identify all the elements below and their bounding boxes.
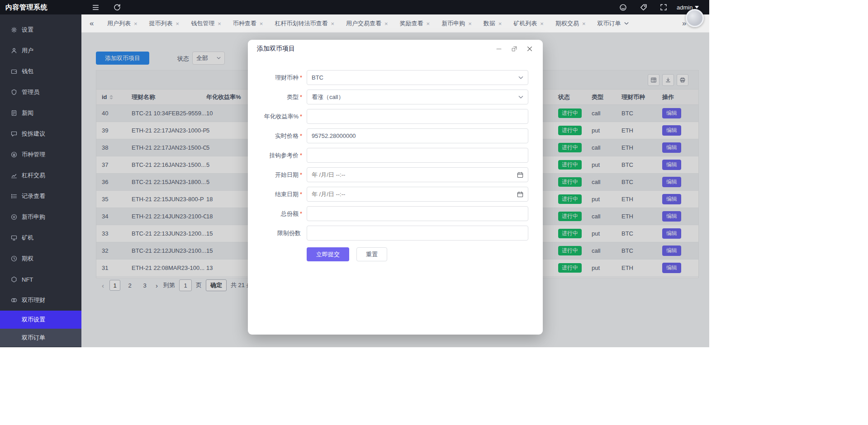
- fullscreen-icon[interactable]: [659, 2, 669, 12]
- field-label-peg-price: 挂钩参考价: [269, 152, 299, 159]
- sidebar-item-users[interactable]: 用户: [0, 40, 81, 61]
- chevron-down-icon: [518, 95, 523, 99]
- start-date-input[interactable]: 年 /月/日 --:--: [307, 167, 528, 182]
- coin-select[interactable]: BTC: [307, 70, 528, 85]
- tab-label: 杠杆币划转法币查看: [275, 19, 327, 28]
- close-icon[interactable]: [526, 45, 534, 53]
- tab[interactable]: 用户列表 ×: [102, 14, 142, 33]
- sidebar-item-label: 双币理财: [22, 296, 45, 304]
- sidebar-item-margin-trading[interactable]: 杠杆交易: [0, 165, 81, 186]
- coin-icon: [11, 151, 17, 158]
- user-icon: [11, 47, 17, 54]
- tab[interactable]: 期权交易 ×: [550, 14, 591, 33]
- field-label-type: 类型: [287, 94, 299, 100]
- chevron-down-icon[interactable]: [624, 22, 629, 25]
- tab-close-icon[interactable]: ×: [540, 21, 544, 27]
- refresh-icon[interactable]: [112, 2, 122, 12]
- tab-close-icon[interactable]: ×: [331, 21, 334, 27]
- tab-close-icon[interactable]: ×: [134, 21, 138, 27]
- sidebar-item-nft[interactable]: NFT: [0, 269, 81, 290]
- tab-label: 钱包管理: [191, 19, 214, 28]
- sidebar-item-label: 矿机: [22, 234, 33, 242]
- collapse-menu-icon[interactable]: [90, 2, 100, 12]
- tab[interactable]: 双币订单 ×: [593, 14, 634, 33]
- tab-close-icon[interactable]: ×: [582, 21, 586, 27]
- required-star: *: [300, 152, 302, 159]
- required-star: *: [300, 94, 302, 100]
- chat-bubble-icon: [11, 131, 17, 137]
- tab[interactable]: 数据 ×: [479, 14, 507, 33]
- field-label-coin: 理财币种: [275, 74, 299, 81]
- total-shares-input[interactable]: [307, 206, 528, 221]
- tab-close-icon[interactable]: ×: [176, 21, 180, 27]
- face-icon[interactable]: [618, 2, 628, 12]
- sidebar-item-label: 记录查看: [22, 192, 45, 200]
- coin-plus-icon: [11, 214, 17, 220]
- tab-close-icon[interactable]: ×: [384, 21, 388, 27]
- tab[interactable]: 杠杆币划转法币查看 ×: [270, 14, 339, 33]
- tab[interactable]: 矿机列表 ×: [508, 14, 549, 33]
- peg-price-input[interactable]: [307, 148, 528, 163]
- sidebar-item-settings[interactable]: 设置: [0, 19, 81, 40]
- sidebar-subitem-dual-settings[interactable]: 双币设置: [0, 311, 81, 329]
- wallet-icon: [11, 68, 17, 75]
- submit-button[interactable]: 立即提交: [307, 247, 349, 261]
- tab[interactable]: 新币申购 ×: [436, 14, 477, 33]
- gear-icon: [11, 27, 17, 33]
- type-select-value: 看涨（call）: [312, 93, 344, 101]
- sidebar-item-label: 投拆建议: [22, 130, 45, 138]
- screenshot-canvas: 内容管理系统 admin 设置 用户: [0, 0, 868, 425]
- sidebar-item-new-coin[interactable]: 新币申购: [0, 207, 81, 227]
- sidebar-item-feedback[interactable]: 投拆建议: [0, 123, 81, 144]
- sidebar-item-news[interactable]: 新闻: [0, 103, 81, 123]
- sidebar-item-miner[interactable]: 矿机: [0, 227, 81, 248]
- date-placeholder: 年 /月/日 --:--: [312, 190, 345, 198]
- sidebar-item-label: 钱包: [22, 67, 33, 76]
- realtime-price-input[interactable]: [307, 128, 528, 143]
- type-select[interactable]: 看涨（call）: [307, 90, 528, 104]
- calendar-icon: [517, 172, 523, 178]
- sidebar-subitem-label: 双币订单: [22, 334, 45, 342]
- minimize-icon[interactable]: [495, 45, 503, 53]
- tab[interactable]: 用户交易查看 ×: [341, 14, 393, 33]
- sidebar-item-options[interactable]: 期权: [0, 248, 81, 269]
- tab-close-icon[interactable]: ×: [260, 21, 263, 27]
- required-star: *: [300, 210, 302, 217]
- tab-close-icon[interactable]: ×: [218, 21, 221, 27]
- sidebar-item-admins[interactable]: 管理员: [0, 82, 81, 103]
- tabs-scroll-left-icon[interactable]: «: [90, 14, 94, 33]
- sidebar-item-label: 新闻: [22, 109, 33, 117]
- sidebar-nav: 设置 用户 钱包 管理员 新闻 投拆建议 币种管理 杠杆交易: [0, 14, 81, 347]
- sidebar-item-label: NFT: [22, 276, 33, 283]
- tab[interactable]: 奖励查看 ×: [395, 14, 435, 33]
- sidebar-item-records[interactable]: 记录查看: [0, 186, 81, 207]
- tab[interactable]: 币种查看 ×: [228, 14, 268, 33]
- required-star: *: [300, 191, 302, 198]
- field-label-end-date: 结束日期: [275, 191, 299, 198]
- required-star: *: [300, 171, 302, 178]
- sidebar-item-label: 杠杆交易: [22, 171, 45, 179]
- top-header: 内容管理系统 admin: [0, 0, 709, 14]
- tab-close-icon[interactable]: ×: [498, 21, 502, 27]
- tab-close-icon[interactable]: ×: [427, 21, 430, 27]
- app-title: 内容管理系统: [0, 3, 47, 12]
- tag-icon[interactable]: [638, 2, 648, 12]
- tab[interactable]: 提币列表 ×: [144, 14, 185, 33]
- end-date-input[interactable]: 年 /月/日 --:--: [307, 187, 528, 202]
- maximize-icon[interactable]: [510, 45, 518, 53]
- list-icon: [11, 193, 17, 199]
- chevron-down-icon: [518, 76, 523, 80]
- tab-label: 新币申购: [441, 19, 465, 28]
- rate-input[interactable]: [307, 109, 528, 124]
- field-label-start-date: 开始日期: [275, 171, 299, 178]
- avatar[interactable]: [686, 9, 704, 27]
- sidebar-subitem-dual-orders[interactable]: 双币订单: [0, 329, 81, 347]
- sidebar-item-wallet[interactable]: 钱包: [0, 61, 81, 82]
- tab[interactable]: 钱包管理 ×: [186, 14, 226, 33]
- limit-shares-input[interactable]: [307, 226, 528, 241]
- tab-close-icon[interactable]: ×: [468, 21, 472, 27]
- sidebar-item-dual-currency[interactable]: 双币理财: [0, 290, 81, 311]
- sidebar-item-label: 期权: [22, 255, 33, 263]
- reset-button[interactable]: 重置: [356, 247, 387, 261]
- sidebar-item-coins[interactable]: 币种管理: [0, 144, 81, 165]
